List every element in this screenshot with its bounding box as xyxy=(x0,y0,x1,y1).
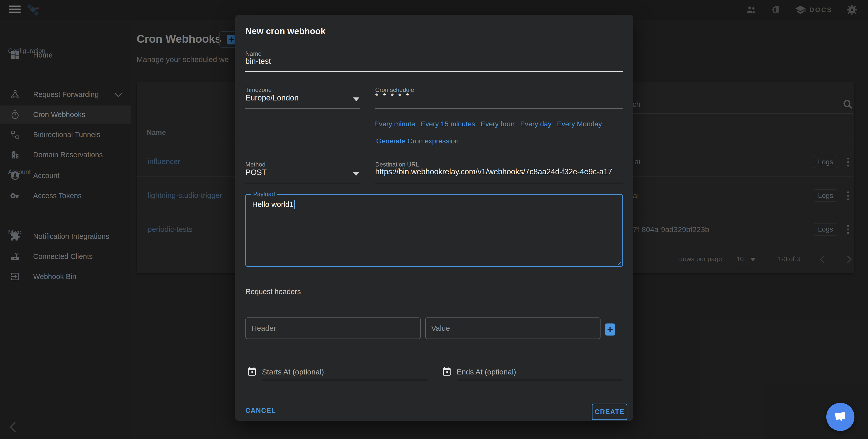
quick-link-every-hour[interactable]: Every hour xyxy=(481,120,515,128)
header-value-input[interactable] xyxy=(425,317,600,339)
cron-quick-links: Every minute Every 15 minutes Every hour… xyxy=(374,120,602,128)
name-underline xyxy=(245,71,623,72)
quick-link-every-minute[interactable]: Every minute xyxy=(374,120,415,128)
method-select[interactable]: POST xyxy=(245,168,267,177)
destination-url-label: Destination URL xyxy=(375,161,419,168)
chat-bubble-icon xyxy=(833,410,848,424)
ends-at-underline xyxy=(457,380,623,380)
calendar-icon[interactable] xyxy=(247,366,257,377)
add-header-button[interactable]: + xyxy=(605,323,615,336)
timezone-select[interactable]: Europe/London xyxy=(245,93,299,102)
chat-widget-button[interactable] xyxy=(826,403,855,431)
destination-url-input[interactable] xyxy=(375,167,613,176)
timezone-label: Timezone xyxy=(245,86,272,93)
method-label: Method xyxy=(245,161,266,168)
cancel-button[interactable]: CANCEL xyxy=(245,407,276,415)
payload-label: Payload xyxy=(251,191,277,198)
request-headers-label: Request headers xyxy=(245,288,301,296)
quick-link-every-15-minutes[interactable]: Every 15 minutes xyxy=(421,120,475,128)
starts-at-field[interactable]: Starts At (optional) xyxy=(262,368,324,376)
destination-underline xyxy=(375,183,623,183)
quick-link-every-monday[interactable]: Every Monday xyxy=(557,120,602,128)
name-label: Name xyxy=(245,50,261,57)
starts-at-underline xyxy=(262,380,429,380)
create-button[interactable]: CREATE xyxy=(592,404,627,420)
name-input[interactable] xyxy=(245,57,623,66)
method-caret-icon[interactable] xyxy=(353,172,360,176)
payload-value: Hello world1 xyxy=(252,200,293,209)
dialog-title: New cron webhook xyxy=(245,26,326,36)
quick-link-every-day[interactable]: Every day xyxy=(520,120,552,128)
cron-underline xyxy=(375,108,623,108)
timezone-caret-icon[interactable] xyxy=(353,97,360,101)
resize-handle-icon[interactable] xyxy=(617,261,621,265)
payload-textarea[interactable]: Payload Hello world1 xyxy=(245,194,623,267)
header-key-input[interactable] xyxy=(245,317,421,339)
timezone-underline xyxy=(245,108,360,108)
text-cursor xyxy=(294,200,295,209)
ends-at-field[interactable]: Ends At (optional) xyxy=(457,368,516,376)
generate-cron-expression-link[interactable]: Generate Cron expression xyxy=(376,137,459,145)
method-underline xyxy=(245,183,360,183)
new-cron-webhook-dialog: New cron webhook Name Timezone Europe/Lo… xyxy=(235,15,633,421)
calendar-icon[interactable] xyxy=(442,366,452,377)
cron-schedule-input[interactable] xyxy=(375,92,611,101)
